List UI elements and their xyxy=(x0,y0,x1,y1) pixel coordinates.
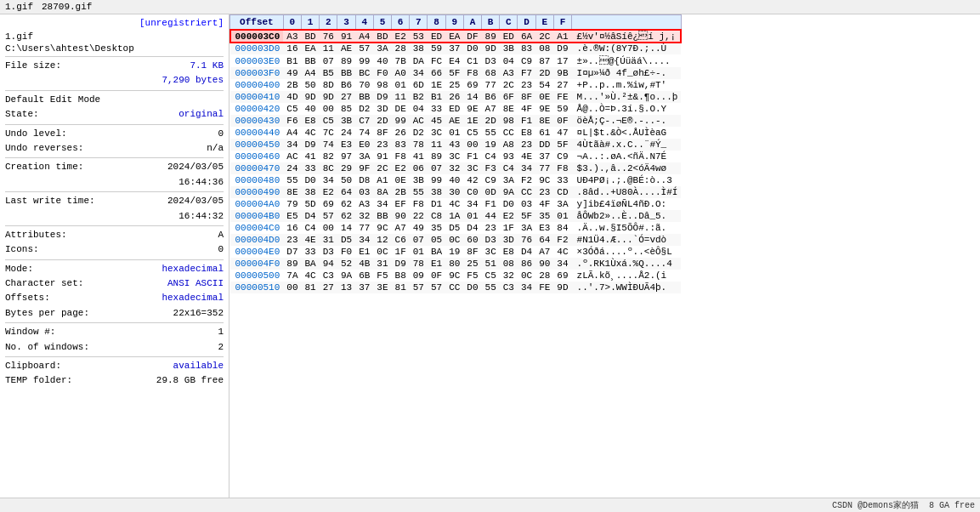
byte-cell[interactable]: 9B xyxy=(553,67,571,79)
byte-cell[interactable]: 1E xyxy=(463,115,481,127)
byte-cell[interactable]: C9 xyxy=(553,151,571,162)
table-row[interactable]: 000004B0E5D4576232BB9022C81A0144E25F3501… xyxy=(230,210,682,222)
byte-cell[interactable]: 78 xyxy=(410,139,428,151)
byte-cell[interactable]: C4 xyxy=(482,151,500,162)
byte-cell[interactable]: EF xyxy=(392,198,410,210)
byte-cell[interactable]: 3E xyxy=(373,282,391,293)
byte-cell[interactable]: 3C xyxy=(445,151,463,162)
byte-cell[interactable]: 74 xyxy=(355,127,373,139)
byte-cell[interactable]: 55 xyxy=(410,186,428,198)
byte-cell[interactable]: 31 xyxy=(373,258,391,270)
byte-cell[interactable]: 27 xyxy=(337,91,355,103)
byte-cell[interactable]: 00 xyxy=(283,282,301,293)
byte-cell[interactable]: 4B xyxy=(355,258,373,270)
byte-cell[interactable]: F0 xyxy=(337,246,355,258)
byte-cell[interactable]: D3 xyxy=(482,54,500,67)
byte-cell[interactable]: D0 xyxy=(463,282,481,293)
byte-cell[interactable]: B6 xyxy=(482,91,500,103)
byte-cell[interactable]: 9C xyxy=(373,222,391,234)
byte-cell[interactable]: 14 xyxy=(337,222,355,234)
byte-cell[interactable]: 33 xyxy=(302,162,320,174)
byte-cell[interactable]: 06 xyxy=(410,162,428,174)
byte-cell[interactable]: 34 xyxy=(518,162,535,174)
byte-cell[interactable]: C5 xyxy=(283,103,301,115)
byte-cell[interactable]: D4 xyxy=(463,222,481,234)
byte-cell[interactable]: F8 xyxy=(553,162,571,174)
byte-cell[interactable]: DD xyxy=(535,139,553,151)
byte-cell[interactable]: 91 xyxy=(337,30,355,43)
byte-cell[interactable]: 00 xyxy=(463,139,481,151)
byte-cell[interactable]: C0 xyxy=(463,186,481,198)
byte-cell[interactable]: 7B xyxy=(392,54,410,67)
byte-cell[interactable]: 77 xyxy=(482,79,500,91)
byte-cell[interactable]: A4 xyxy=(355,30,373,43)
byte-cell[interactable]: 68 xyxy=(482,67,500,79)
byte-cell[interactable]: 4E xyxy=(518,151,535,162)
byte-cell[interactable]: 12 xyxy=(373,234,391,246)
byte-cell[interactable]: 7A xyxy=(283,270,301,282)
byte-cell[interactable]: 4C xyxy=(302,127,320,139)
byte-cell[interactable]: 32 xyxy=(355,210,373,222)
byte-cell[interactable]: F8 xyxy=(463,67,481,79)
byte-cell[interactable]: A7 xyxy=(535,246,553,258)
byte-cell[interactable]: DA xyxy=(410,54,428,67)
byte-cell[interactable]: 01 xyxy=(445,127,463,139)
byte-cell[interactable]: 86 xyxy=(518,258,535,270)
byte-cell[interactable]: ED xyxy=(445,103,463,115)
byte-cell[interactable]: C3 xyxy=(500,282,518,293)
byte-cell[interactable]: 8F xyxy=(463,246,481,258)
byte-cell[interactable]: 66 xyxy=(428,67,445,79)
byte-cell[interactable]: 1A xyxy=(445,210,463,222)
byte-cell[interactable]: 44 xyxy=(482,210,500,222)
byte-cell[interactable]: 16 xyxy=(283,222,301,234)
byte-cell[interactable]: A4 xyxy=(283,127,301,139)
byte-cell[interactable]: 94 xyxy=(320,258,337,270)
byte-cell[interactable]: B1 xyxy=(283,54,301,67)
byte-cell[interactable]: D3 xyxy=(482,234,500,246)
byte-cell[interactable]: A7 xyxy=(482,103,500,115)
byte-cell[interactable]: 28 xyxy=(535,270,553,282)
byte-cell[interactable]: 85 xyxy=(337,103,355,115)
byte-cell[interactable]: 1F xyxy=(500,222,518,234)
byte-cell[interactable]: 89 xyxy=(482,30,500,43)
byte-cell[interactable]: E2 xyxy=(500,210,518,222)
byte-cell[interactable]: B8 xyxy=(392,270,410,282)
byte-cell[interactable]: 34 xyxy=(518,282,535,293)
byte-cell[interactable]: 93 xyxy=(500,151,518,162)
byte-cell[interactable]: EA xyxy=(445,30,463,43)
table-row[interactable]: 0000045034D974E3E023837811430019A823DD5F… xyxy=(230,139,682,151)
byte-cell[interactable]: A3 xyxy=(355,198,373,210)
table-row[interactable]: 00000440A44C7C24748F26D23C01C555CCE86147… xyxy=(230,127,682,139)
byte-cell[interactable]: B1 xyxy=(428,91,445,103)
byte-cell[interactable]: 9D xyxy=(482,43,500,54)
byte-cell[interactable]: D9 xyxy=(392,258,410,270)
byte-cell[interactable]: 0F xyxy=(428,270,445,282)
byte-cell[interactable]: F8 xyxy=(410,198,428,210)
byte-cell[interactable]: 76 xyxy=(518,234,535,246)
table-row[interactable]: 000003F049A4B5BBBCF0A034665FF868A3F72D9B… xyxy=(230,67,682,79)
byte-cell[interactable]: F1 xyxy=(482,198,500,210)
byte-cell[interactable]: 9D xyxy=(553,282,571,293)
byte-cell[interactable]: FC xyxy=(428,54,445,67)
byte-cell[interactable]: C1 xyxy=(463,54,481,67)
byte-cell[interactable]: A0 xyxy=(392,67,410,79)
byte-cell[interactable]: 27 xyxy=(320,282,337,293)
table-row[interactable]: 00000420C5400085D23DDE0433ED9EA78E4F9E59… xyxy=(230,103,682,115)
byte-cell[interactable]: 09 xyxy=(410,270,428,282)
byte-cell[interactable]: 3A xyxy=(373,43,391,54)
byte-cell[interactable]: 49 xyxy=(410,222,428,234)
table-row[interactable]: 000004002B508DB67098016D1E2569772C235427… xyxy=(230,79,682,91)
byte-cell[interactable]: D2 xyxy=(410,127,428,139)
byte-cell[interactable]: 3A xyxy=(518,222,535,234)
byte-cell[interactable]: 22 xyxy=(410,210,428,222)
byte-cell[interactable]: 2D xyxy=(535,67,553,79)
byte-cell[interactable]: 3C xyxy=(428,127,445,139)
byte-cell[interactable]: 47 xyxy=(553,127,571,139)
byte-cell[interactable]: 3B xyxy=(337,115,355,127)
table-row[interactable]: 000004908E38E264038A2B553830C00D9ACC23CD… xyxy=(230,186,682,198)
byte-cell[interactable]: D0 xyxy=(463,43,481,54)
byte-cell[interactable]: 41 xyxy=(410,151,428,162)
table-row[interactable]: 000003E0B1BB078999407BDAFCE4C1D304C98717… xyxy=(230,54,682,67)
byte-cell[interactable]: C7 xyxy=(355,115,373,127)
byte-cell[interactable]: 07 xyxy=(410,234,428,246)
